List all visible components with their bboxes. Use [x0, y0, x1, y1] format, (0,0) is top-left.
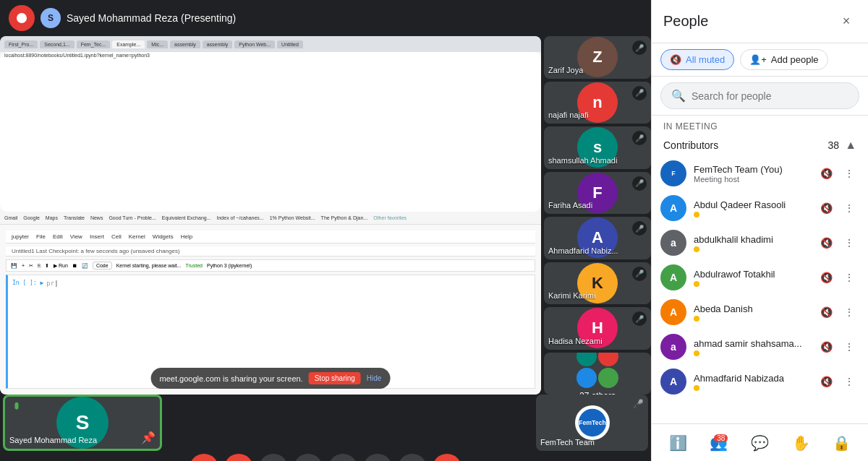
- participant-abdulkhalil: a abdulkhalil khadimi 🔇 ⋮: [652, 225, 868, 260]
- femtech-p-controls: 🔇 ⋮: [816, 163, 859, 184]
- tab1[interactable]: First_Pro...: [4, 40, 38, 48]
- tile-karimi: K Karimi Karimi 🎤: [544, 262, 651, 305]
- abeda-controls: 🔇 ⋮: [816, 302, 859, 322]
- femtech-logo: FemTech: [575, 405, 610, 440]
- hide-button[interactable]: Hide: [367, 374, 382, 382]
- abdulrawof-more-btn[interactable]: ⋮: [839, 267, 859, 288]
- bookmarks-bar: Gmail Google Maps Translate News Good Tu…: [0, 212, 541, 225]
- abdul-mute-btn[interactable]: 🔇: [816, 198, 836, 218]
- ahmad-more-btn[interactable]: ⋮: [839, 337, 859, 357]
- ahmadfarid-mute: 🎤: [632, 221, 647, 236]
- screen-share-content: First_Pro... Second,1... Fem_Tec... Exam…: [0, 36, 541, 395]
- hadisa-mute: 🎤: [632, 311, 647, 326]
- abeda-more-btn[interactable]: ⋮: [839, 302, 859, 322]
- tab9[interactable]: Untitled: [277, 40, 303, 48]
- kernel-menu[interactable]: Kernel: [129, 233, 145, 240]
- svg-text:FemTech: FemTech: [579, 419, 606, 426]
- widgets-menu[interactable]: Widgets: [153, 233, 174, 240]
- bookmark5: News: [90, 215, 103, 220]
- hand-icon: ✋: [792, 434, 810, 452]
- panel-nav-bar: ℹ️ 👥 38 💬 ✋ 🔒: [652, 423, 868, 461]
- hand-nav-button[interactable]: ✋: [786, 431, 816, 454]
- info-nav-button[interactable]: ℹ️: [663, 431, 693, 454]
- caption-button[interactable]: ▶: [328, 454, 357, 461]
- hadisa-name: Hadisa Nezami: [548, 337, 603, 345]
- mini-av1: [576, 353, 597, 366]
- abdulkhalil-indicator: [694, 246, 699, 252]
- najafi-name: najafi najafi: [548, 111, 589, 119]
- abeda-info: Abeda Danish: [694, 303, 809, 322]
- security-nav-button[interactable]: 🔒: [827, 431, 856, 454]
- tab2[interactable]: Second,1...: [40, 40, 74, 48]
- tab6[interactable]: assembly: [170, 40, 200, 48]
- jupyter-toolbar: 💾 + ✂ ⎘ ⬆ ▶ Run ⏹ 🔄 Code Kernel starting…: [6, 259, 535, 272]
- chat-nav-button[interactable]: 💬: [745, 431, 775, 454]
- all-muted-button[interactable]: 🔇 All muted: [660, 49, 734, 70]
- ahmad-info: ahmad samir shahsama...: [694, 338, 809, 356]
- tab5[interactable]: Mic...: [147, 40, 168, 48]
- femtech-more-btn[interactable]: ⋮: [839, 163, 859, 184]
- abdul-info: Abdul Qadeer Rasooli: [694, 199, 809, 217]
- chat-icon: 💬: [751, 434, 769, 452]
- collapse-button[interactable]: ▲: [845, 139, 856, 152]
- recording-dot: [17, 13, 27, 23]
- notebook-title-bar: Untitled1 Last Checkpoint: a few seconds…: [6, 246, 535, 257]
- mic-button[interactable]: 🎤: [190, 454, 218, 461]
- help-menu[interactable]: Help: [181, 233, 192, 240]
- mute-icon: 🔇: [670, 54, 681, 65]
- address-bar[interactable]: localhost:8890/notebooks/Untitled1.ipynb…: [0, 52, 541, 212]
- camera-button[interactable]: 📷: [224, 454, 253, 461]
- participant-ahmad: a ahmad samir shahsama... 🔇 ⋮: [652, 329, 868, 364]
- people-badge-wrap: 👥 38: [710, 434, 728, 452]
- info-icon: ℹ️: [669, 434, 687, 452]
- all-muted-label: All muted: [686, 54, 725, 65]
- abdul-indicator: [694, 212, 699, 217]
- ahmadfarid-p-mute-btn[interactable]: 🔇: [816, 371, 836, 392]
- tile-shamsullah: s shamsullah Ahmadi 🎤: [544, 126, 651, 169]
- tile-ahmadfarid: A Ahmadfarid Nabiz... 🎤: [544, 217, 651, 259]
- spacer: [165, 395, 533, 451]
- present-button[interactable]: 🖥: [259, 454, 288, 461]
- jupyter-header: jupyter File Edit View Insert Cell Kerne…: [6, 231, 535, 244]
- insert-menu[interactable]: Insert: [90, 233, 104, 240]
- cell-menu[interactable]: Cell: [111, 233, 122, 240]
- femtech-p-name: FemTech Team (You): [694, 164, 809, 175]
- add-people-button[interactable]: 👤+ Add people: [740, 49, 827, 70]
- search-icon: 🔍: [671, 89, 686, 103]
- control-bar: Introduction to Python Programming 🎤 📷 🖥…: [0, 454, 651, 461]
- tab3[interactable]: Fem_Tec...: [77, 40, 111, 48]
- people-nav-button[interactable]: 👥 38: [704, 431, 733, 454]
- abdulkhalil-more-btn[interactable]: ⋮: [839, 233, 859, 253]
- participant-abeda: A Abeda Danish 🔇 ⋮: [652, 295, 868, 329]
- end-call-button[interactable]: 📞: [433, 454, 461, 461]
- ahmadfarid-p-more-btn[interactable]: ⋮: [839, 371, 859, 392]
- abdul-more-btn[interactable]: ⋮: [839, 198, 859, 218]
- contributors-header: Contributors 38 ▲: [652, 134, 868, 156]
- tab4[interactable]: Example...: [112, 40, 145, 48]
- others-content: 27 others: [569, 353, 626, 395]
- karimi-mute: 🎤: [632, 267, 647, 281]
- close-panel-button[interactable]: ×: [836, 12, 856, 32]
- abdulrawof-name: Abdulrawof Totakhil: [694, 269, 809, 280]
- file-menu[interactable]: File: [36, 233, 46, 240]
- ahmadfarid-p-info: Ahmadfarid Nabizada: [694, 373, 809, 391]
- tab7[interactable]: assembly: [203, 40, 233, 48]
- add-icon: 👤+: [749, 54, 767, 65]
- ahmad-mute-btn[interactable]: 🔇: [816, 337, 836, 357]
- stop-sharing-button[interactable]: Stop sharing: [309, 372, 361, 384]
- abeda-mute-btn[interactable]: 🔇: [816, 302, 836, 322]
- tab8[interactable]: Python Web...: [234, 40, 275, 48]
- search-input[interactable]: [692, 90, 848, 102]
- hand-button[interactable]: ✋: [363, 454, 392, 461]
- femtech-mute-btn[interactable]: 🔇: [816, 163, 836, 184]
- emoji-button[interactable]: 😊: [294, 454, 323, 461]
- presenter-badge: S: [41, 8, 61, 28]
- view-menu[interactable]: View: [70, 233, 82, 240]
- zarif-mute: 🎤: [632, 40, 647, 55]
- shamsullah-mute: 🎤: [632, 131, 647, 145]
- abdulkhalil-mute-btn[interactable]: 🔇: [816, 233, 836, 253]
- fariha-name: Fariha Asadi: [548, 201, 592, 210]
- edit-menu[interactable]: Edit: [53, 233, 63, 240]
- more-button[interactable]: ⋯: [398, 454, 427, 461]
- abdulrawof-mute-btn[interactable]: 🔇: [816, 267, 836, 288]
